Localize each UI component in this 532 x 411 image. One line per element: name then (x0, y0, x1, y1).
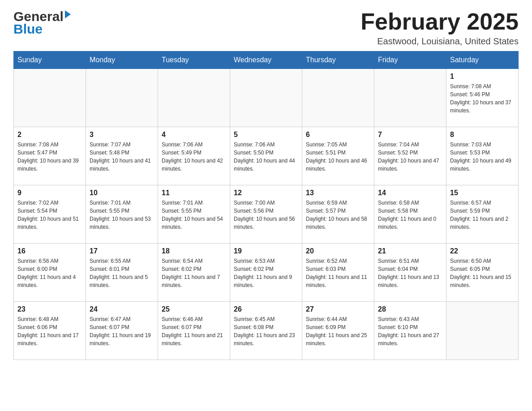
day-info: Sunrise: 6:48 AMSunset: 6:06 PMDaylight:… (17, 315, 82, 347)
calendar-cell: 17Sunrise: 6:55 AMSunset: 6:01 PMDayligh… (86, 244, 158, 302)
calendar-cell: 11Sunrise: 7:01 AMSunset: 5:55 PMDayligh… (158, 185, 230, 244)
calendar-cell (374, 69, 446, 127)
day-info: Sunrise: 7:05 AMSunset: 5:51 PMDaylight:… (306, 141, 370, 173)
day-number: 22 (450, 247, 515, 255)
calendar-cell (446, 302, 519, 360)
logo: General Blue (13, 9, 71, 37)
day-info: Sunrise: 7:02 AMSunset: 5:54 PMDaylight:… (17, 199, 82, 231)
day-info: Sunrise: 7:07 AMSunset: 5:48 PMDaylight:… (90, 141, 154, 173)
calendar-cell: 12Sunrise: 7:00 AMSunset: 5:56 PMDayligh… (230, 185, 302, 244)
month-title: February 2025 (360, 9, 519, 34)
day-number: 20 (306, 247, 370, 255)
calendar-cell: 24Sunrise: 6:47 AMSunset: 6:07 PMDayligh… (86, 302, 158, 360)
calendar-cell: 4Sunrise: 7:06 AMSunset: 5:49 PMDaylight… (158, 127, 230, 185)
day-number: 24 (90, 305, 154, 313)
calendar-cell (14, 69, 86, 127)
day-number: 18 (162, 247, 226, 255)
calendar-week-5: 23Sunrise: 6:48 AMSunset: 6:06 PMDayligh… (14, 302, 519, 360)
calendar-cell: 20Sunrise: 6:52 AMSunset: 6:03 PMDayligh… (302, 244, 374, 302)
weekday-header-saturday: Saturday (446, 51, 519, 69)
day-number: 5 (234, 131, 298, 139)
day-number: 2 (17, 131, 82, 139)
day-info: Sunrise: 7:04 AMSunset: 5:52 PMDaylight:… (378, 141, 442, 173)
day-info: Sunrise: 6:59 AMSunset: 5:57 PMDaylight:… (306, 199, 370, 231)
day-number: 6 (306, 131, 370, 139)
day-info: Sunrise: 7:08 AMSunset: 5:47 PMDaylight:… (17, 141, 82, 173)
day-info: Sunrise: 7:06 AMSunset: 5:49 PMDaylight:… (162, 141, 226, 173)
day-number: 4 (162, 131, 226, 139)
logo-triangle-icon (65, 10, 71, 18)
day-info: Sunrise: 6:51 AMSunset: 6:04 PMDaylight:… (378, 257, 442, 289)
calendar-cell: 13Sunrise: 6:59 AMSunset: 5:57 PMDayligh… (302, 185, 374, 244)
day-info: Sunrise: 6:58 AMSunset: 5:58 PMDaylight:… (378, 199, 442, 231)
calendar-cell: 7Sunrise: 7:04 AMSunset: 5:52 PMDaylight… (374, 127, 446, 185)
day-info: Sunrise: 6:54 AMSunset: 6:02 PMDaylight:… (162, 257, 226, 289)
calendar-week-3: 9Sunrise: 7:02 AMSunset: 5:54 PMDaylight… (14, 185, 519, 244)
day-info: Sunrise: 6:50 AMSunset: 6:05 PMDaylight:… (450, 257, 515, 289)
day-number: 19 (234, 247, 298, 255)
calendar-cell: 6Sunrise: 7:05 AMSunset: 5:51 PMDaylight… (302, 127, 374, 185)
weekday-header-sunday: Sunday (14, 51, 86, 69)
weekday-header-row: SundayMondayTuesdayWednesdayThursdayFrid… (14, 51, 519, 69)
day-number: 13 (306, 189, 370, 197)
logo-blue-text: Blue (13, 21, 43, 37)
calendar-cell: 10Sunrise: 7:01 AMSunset: 5:55 PMDayligh… (86, 185, 158, 244)
calendar-cell: 18Sunrise: 6:54 AMSunset: 6:02 PMDayligh… (158, 244, 230, 302)
calendar-cell: 8Sunrise: 7:03 AMSunset: 5:53 PMDaylight… (446, 127, 519, 185)
day-info: Sunrise: 6:52 AMSunset: 6:03 PMDaylight:… (306, 257, 370, 289)
calendar-cell: 5Sunrise: 7:06 AMSunset: 5:50 PMDaylight… (230, 127, 302, 185)
calendar-week-2: 2Sunrise: 7:08 AMSunset: 5:47 PMDaylight… (14, 127, 519, 185)
calendar-cell: 9Sunrise: 7:02 AMSunset: 5:54 PMDaylight… (14, 185, 86, 244)
day-number: 7 (378, 131, 442, 139)
calendar-cell: 2Sunrise: 7:08 AMSunset: 5:47 PMDaylight… (14, 127, 86, 185)
location-text: Eastwood, Louisiana, United States (360, 36, 519, 47)
day-info: Sunrise: 6:56 AMSunset: 6:00 PMDaylight:… (17, 257, 82, 289)
day-number: 17 (90, 247, 154, 255)
calendar-cell: 15Sunrise: 6:57 AMSunset: 5:59 PMDayligh… (446, 185, 519, 244)
day-number: 9 (17, 189, 82, 197)
calendar-cell: 14Sunrise: 6:58 AMSunset: 5:58 PMDayligh… (374, 185, 446, 244)
calendar-table: SundayMondayTuesdayWednesdayThursdayFrid… (13, 51, 519, 360)
day-number: 28 (378, 305, 442, 313)
calendar-cell: 23Sunrise: 6:48 AMSunset: 6:06 PMDayligh… (14, 302, 86, 360)
day-info: Sunrise: 6:57 AMSunset: 5:59 PMDaylight:… (450, 199, 515, 231)
calendar-cell (86, 69, 158, 127)
day-info: Sunrise: 7:01 AMSunset: 5:55 PMDaylight:… (162, 199, 226, 231)
day-number: 3 (90, 131, 154, 139)
day-number: 14 (378, 189, 442, 197)
day-info: Sunrise: 6:46 AMSunset: 6:07 PMDaylight:… (162, 315, 226, 347)
calendar-cell (158, 69, 230, 127)
day-info: Sunrise: 6:43 AMSunset: 6:10 PMDaylight:… (378, 315, 442, 347)
calendar-cell: 26Sunrise: 6:45 AMSunset: 6:08 PMDayligh… (230, 302, 302, 360)
calendar-cell: 16Sunrise: 6:56 AMSunset: 6:00 PMDayligh… (14, 244, 86, 302)
calendar-cell: 3Sunrise: 7:07 AMSunset: 5:48 PMDaylight… (86, 127, 158, 185)
calendar-cell: 21Sunrise: 6:51 AMSunset: 6:04 PMDayligh… (374, 244, 446, 302)
weekday-header-tuesday: Tuesday (158, 51, 230, 69)
day-info: Sunrise: 6:55 AMSunset: 6:01 PMDaylight:… (90, 257, 154, 289)
day-number: 23 (17, 305, 82, 313)
day-number: 26 (234, 305, 298, 313)
day-info: Sunrise: 6:45 AMSunset: 6:08 PMDaylight:… (234, 315, 298, 347)
day-info: Sunrise: 6:53 AMSunset: 6:02 PMDaylight:… (234, 257, 298, 289)
page-header: General Blue February 2025 Eastwood, Lou… (13, 9, 519, 47)
day-number: 25 (162, 305, 226, 313)
day-info: Sunrise: 6:47 AMSunset: 6:07 PMDaylight:… (90, 315, 154, 347)
day-number: 11 (162, 189, 226, 197)
weekday-header-monday: Monday (86, 51, 158, 69)
day-info: Sunrise: 7:08 AMSunset: 5:46 PMDaylight:… (450, 82, 515, 115)
weekday-header-friday: Friday (374, 51, 446, 69)
day-number: 15 (450, 189, 515, 197)
day-number: 1 (450, 73, 515, 81)
title-section: February 2025 Eastwood, Louisiana, Unite… (360, 9, 519, 47)
day-number: 21 (378, 247, 442, 255)
day-number: 16 (17, 247, 82, 255)
day-info: Sunrise: 7:01 AMSunset: 5:55 PMDaylight:… (90, 199, 154, 231)
day-info: Sunrise: 7:00 AMSunset: 5:56 PMDaylight:… (234, 199, 298, 231)
calendar-cell: 1Sunrise: 7:08 AMSunset: 5:46 PMDaylight… (446, 69, 519, 127)
day-number: 10 (90, 189, 154, 197)
calendar-week-1: 1Sunrise: 7:08 AMSunset: 5:46 PMDaylight… (14, 69, 519, 127)
calendar-cell: 27Sunrise: 6:44 AMSunset: 6:09 PMDayligh… (302, 302, 374, 360)
calendar-cell: 25Sunrise: 6:46 AMSunset: 6:07 PMDayligh… (158, 302, 230, 360)
day-number: 8 (450, 131, 515, 139)
weekday-header-thursday: Thursday (302, 51, 374, 69)
